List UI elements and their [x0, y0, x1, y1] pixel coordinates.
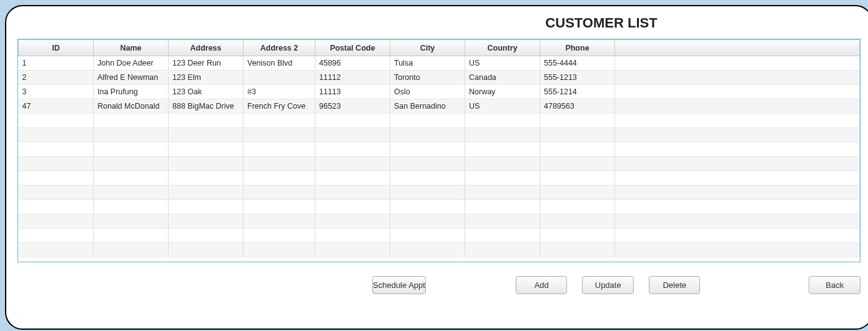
cell-empty: [540, 171, 615, 185]
cell-name[interactable]: Alfred E Newman: [94, 71, 169, 85]
col-header-country[interactable]: Country: [465, 40, 540, 56]
cell-empty: [615, 214, 860, 229]
cell-empty: [540, 185, 615, 200]
cell-country[interactable]: US: [465, 99, 540, 114]
cell-phone[interactable]: 555-4444: [540, 56, 615, 71]
schedule-appt-button[interactable]: Schedule Appt: [372, 276, 426, 294]
table-row-empty: [19, 128, 860, 142]
table-row-empty: [19, 171, 860, 185]
cell-empty: [390, 157, 465, 171]
cell-name[interactable]: John Doe Adeer: [94, 56, 169, 71]
cell-spare: [615, 85, 860, 99]
cell-empty: [19, 185, 94, 200]
cell-empty: [390, 185, 465, 200]
cell-phone[interactable]: 4789563: [540, 99, 615, 114]
cell-postal[interactable]: 11113: [315, 85, 390, 99]
cell-address[interactable]: 123 Elm: [169, 71, 244, 85]
cell-address2[interactable]: #3: [244, 85, 315, 99]
cell-empty: [169, 185, 244, 200]
header-row: ID Name Address Address 2 Postal Code Ci…: [19, 40, 860, 56]
cell-phone[interactable]: 555-1214: [540, 85, 615, 99]
cell-empty: [244, 142, 315, 157]
table-row[interactable]: 1John Doe Adeer123 Deer RunVenison Blvd4…: [19, 56, 860, 71]
cell-empty: [465, 171, 540, 185]
cell-postal[interactable]: 11112: [315, 71, 390, 85]
cell-city[interactable]: Toronto: [390, 71, 465, 85]
cell-empty: [465, 243, 540, 257]
cell-empty: [244, 214, 315, 229]
cell-name[interactable]: Ronald McDonald: [94, 99, 169, 114]
cell-empty: [540, 114, 615, 128]
cell-empty: [315, 243, 390, 257]
back-button[interactable]: Back: [809, 276, 861, 294]
cell-empty: [465, 157, 540, 171]
cell-empty: [244, 171, 315, 185]
table-row[interactable]: 47Ronald McDonald888 BigMac DriveFrench …: [19, 99, 860, 114]
cell-empty: [465, 200, 540, 214]
cell-address2[interactable]: [244, 71, 315, 85]
cell-address2[interactable]: French Fry Cove: [244, 99, 315, 114]
cell-empty: [540, 128, 615, 142]
table-row-empty: [19, 214, 860, 229]
cell-country[interactable]: Canada: [465, 71, 540, 85]
cell-empty: [540, 229, 615, 243]
cell-empty: [94, 142, 169, 157]
update-button[interactable]: Update: [582, 276, 634, 294]
cell-empty: [169, 142, 244, 157]
table-row-empty: [19, 243, 860, 257]
col-header-city[interactable]: City: [390, 40, 465, 56]
cell-city[interactable]: San Bernadino: [390, 99, 465, 114]
customer-table: ID Name Address Address 2 Postal Code Ci…: [18, 39, 860, 257]
add-button[interactable]: Add: [516, 276, 568, 294]
cell-name[interactable]: Ina Prufung: [94, 85, 169, 99]
cell-empty: [315, 128, 390, 142]
cell-empty: [94, 185, 169, 200]
cell-id[interactable]: 2: [19, 71, 94, 85]
cell-id[interactable]: 3: [19, 85, 94, 99]
cell-empty: [465, 128, 540, 142]
cell-empty: [94, 157, 169, 171]
cell-city[interactable]: Oslo: [390, 85, 465, 99]
col-header-name[interactable]: Name: [94, 40, 169, 56]
cell-postal[interactable]: 96523: [315, 99, 390, 114]
cell-country[interactable]: Norway: [465, 85, 540, 99]
cell-empty: [315, 200, 390, 214]
col-header-phone[interactable]: Phone: [540, 40, 615, 56]
delete-button[interactable]: Delete: [649, 276, 701, 294]
cell-address2[interactable]: Venison Blvd: [244, 56, 315, 71]
cell-phone[interactable]: 555-1213: [540, 71, 615, 85]
cell-spare: [615, 71, 860, 85]
cell-id[interactable]: 1: [19, 56, 94, 71]
cell-empty: [94, 200, 169, 214]
cell-empty: [169, 214, 244, 229]
table-row[interactable]: 2Alfred E Newman123 Elm11112TorontoCanad…: [19, 71, 860, 85]
cell-empty: [19, 229, 94, 243]
cell-country[interactable]: US: [465, 56, 540, 71]
col-header-postal[interactable]: Postal Code: [315, 40, 390, 56]
cell-empty: [615, 171, 860, 185]
cell-address[interactable]: 123 Deer Run: [169, 56, 244, 71]
table-row-empty: [19, 185, 860, 200]
cell-empty: [169, 114, 244, 128]
cell-address[interactable]: 888 BigMac Drive: [169, 99, 244, 114]
cell-empty: [615, 200, 860, 214]
cell-empty: [615, 243, 860, 257]
cell-empty: [19, 142, 94, 157]
cell-empty: [244, 157, 315, 171]
cell-empty: [315, 185, 390, 200]
cell-spare: [615, 56, 860, 71]
col-header-address[interactable]: Address: [169, 40, 244, 56]
col-header-spare: [615, 40, 860, 56]
table-row[interactable]: 3Ina Prufung123 Oak#311113OsloNorway555-…: [19, 85, 860, 99]
cell-address[interactable]: 123 Oak: [169, 85, 244, 99]
table-row-empty: [19, 157, 860, 171]
cell-empty: [465, 214, 540, 229]
cell-city[interactable]: Tulsa: [390, 56, 465, 71]
table-row-empty: [19, 229, 860, 243]
cell-empty: [19, 114, 94, 128]
col-header-id[interactable]: ID: [19, 40, 94, 56]
cell-postal[interactable]: 45896: [315, 56, 390, 71]
cell-id[interactable]: 47: [19, 99, 94, 114]
col-header-address2[interactable]: Address 2: [244, 40, 315, 56]
cell-empty: [540, 214, 615, 229]
